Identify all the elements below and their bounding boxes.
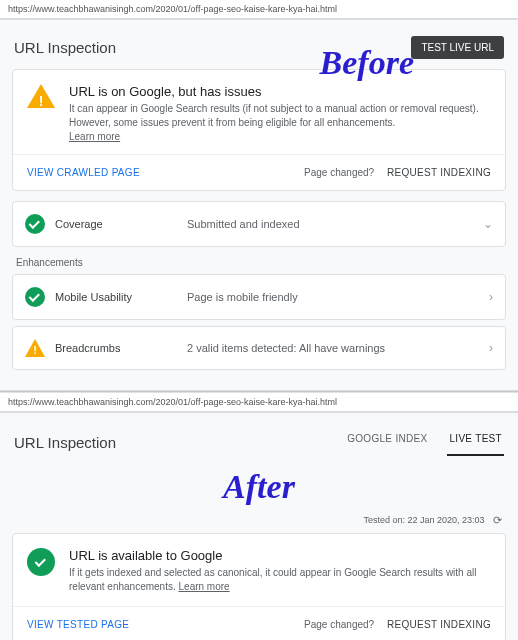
warning-icon: ! [25, 339, 45, 357]
page-changed-label: Page changed? [304, 619, 374, 630]
coverage-status: Submitted and indexed [187, 218, 473, 230]
header-row: URL Inspection GOOGLE INDEX LIVE TEST [10, 421, 508, 466]
status-description: It can appear in Google Search results (… [69, 102, 489, 130]
status-title: URL is available to Google [69, 548, 489, 563]
check-icon [25, 214, 45, 234]
tab-google-index[interactable]: GOOGLE INDEX [345, 429, 429, 456]
page-changed-label: Page changed? [304, 167, 374, 178]
status-card: ! URL is on Google, but has issues It ca… [12, 69, 506, 191]
breadcrumbs-row[interactable]: ! Breadcrumbs 2 valid items detected: Al… [12, 326, 506, 370]
mobile-usability-label: Mobile Usability [55, 291, 177, 303]
enhancements-label: Enhancements [10, 253, 508, 274]
page-title: URL Inspection [14, 39, 116, 56]
page-title: URL Inspection [14, 434, 116, 451]
refresh-icon[interactable]: ⟳ [493, 514, 502, 527]
header-row: URL Inspection TEST LIVE URL [10, 28, 508, 69]
check-icon [25, 287, 45, 307]
learn-more-link[interactable]: Learn more [69, 131, 120, 142]
chevron-right-icon: › [489, 341, 493, 355]
test-live-url-button[interactable]: TEST LIVE URL [411, 36, 504, 59]
breadcrumbs-status: 2 valid items detected: All have warning… [187, 342, 479, 354]
url-bar: https://www.teachbhawanisingh.com/2020/0… [0, 0, 518, 19]
breadcrumbs-label: Breadcrumbs [55, 342, 177, 354]
before-panel: URL Inspection TEST LIVE URL Before ! UR… [0, 19, 518, 391]
mobile-usability-status: Page is mobile friendly [187, 291, 479, 303]
status-title: URL is on Google, but has issues [69, 84, 489, 99]
tab-live-test[interactable]: LIVE TEST [447, 429, 504, 456]
check-icon [27, 548, 55, 576]
tabs: GOOGLE INDEX LIVE TEST [345, 429, 504, 456]
mobile-usability-row[interactable]: Mobile Usability Page is mobile friendly… [12, 274, 506, 320]
chevron-right-icon: › [489, 290, 493, 304]
view-tested-page-button[interactable]: VIEW TESTED PAGE [27, 619, 129, 630]
url-bar: https://www.teachbhawanisingh.com/2020/0… [0, 393, 518, 412]
status-description: If it gets indexed and selected as canon… [69, 567, 476, 592]
view-crawled-page-button[interactable]: VIEW CRAWLED PAGE [27, 167, 140, 178]
learn-more-link[interactable]: Learn more [179, 581, 230, 592]
request-indexing-button[interactable]: REQUEST INDEXING [387, 619, 491, 630]
after-annotation: After [10, 468, 508, 506]
request-indexing-button[interactable]: REQUEST INDEXING [387, 167, 491, 178]
status-card: URL is available to Google If it gets in… [12, 533, 506, 640]
chevron-down-icon: ⌄ [483, 217, 493, 231]
coverage-label: Coverage [55, 218, 177, 230]
coverage-row[interactable]: Coverage Submitted and indexed ⌄ [12, 201, 506, 247]
warning-icon: ! [27, 84, 55, 108]
tested-on: Tested on: 22 Jan 2020, 23:03 ⟳ [10, 512, 508, 533]
after-panel: URL Inspection GOOGLE INDEX LIVE TEST Af… [0, 412, 518, 640]
